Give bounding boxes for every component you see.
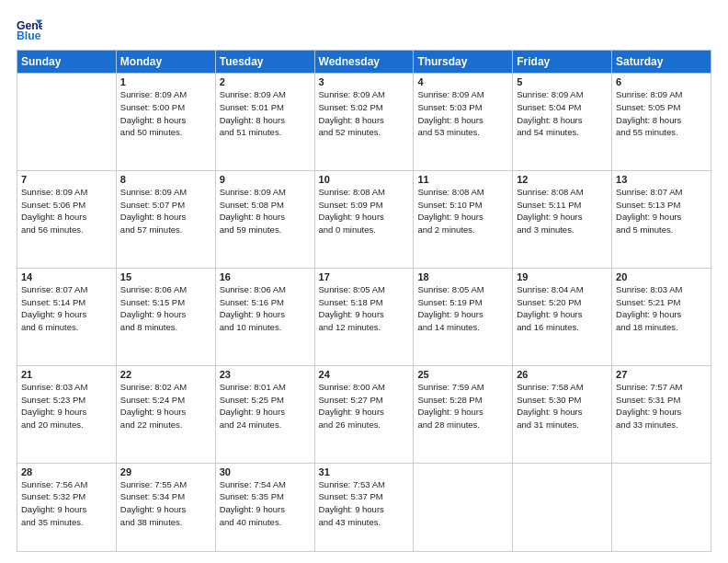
header-row: SundayMondayTuesdayWednesdayThursdayFrid… <box>17 51 711 74</box>
day-number: 26 <box>517 369 608 380</box>
day-cell <box>414 463 513 551</box>
day-number: 29 <box>120 466 211 477</box>
day-cell: 29Sunrise: 7:55 AM Sunset: 5:34 PM Dayli… <box>116 463 215 551</box>
day-cell: 2Sunrise: 8:09 AM Sunset: 5:01 PM Daylig… <box>215 74 314 171</box>
day-cell: 31Sunrise: 7:53 AM Sunset: 5:37 PM Dayli… <box>314 463 414 551</box>
header-sunday: Sunday <box>17 51 117 74</box>
day-info: Sunrise: 8:00 AM Sunset: 5:27 PM Dayligh… <box>319 381 410 431</box>
day-number: 2 <box>220 76 311 87</box>
logo-icon: General Blue <box>17 17 42 42</box>
week-row-5: 28Sunrise: 7:56 AM Sunset: 5:32 PM Dayli… <box>17 463 711 551</box>
day-number: 5 <box>517 76 608 87</box>
day-info: Sunrise: 7:57 AM Sunset: 5:31 PM Dayligh… <box>616 381 707 431</box>
day-number: 1 <box>120 76 211 87</box>
week-row-1: 1Sunrise: 8:09 AM Sunset: 5:00 PM Daylig… <box>17 74 711 171</box>
day-number: 31 <box>319 466 410 477</box>
day-info: Sunrise: 7:58 AM Sunset: 5:30 PM Dayligh… <box>517 381 608 431</box>
day-info: Sunrise: 8:06 AM Sunset: 5:16 PM Dayligh… <box>220 283 311 334</box>
day-number: 12 <box>517 174 608 185</box>
day-number: 21 <box>21 369 112 380</box>
day-info: Sunrise: 8:05 AM Sunset: 5:19 PM Dayligh… <box>417 283 508 334</box>
day-cell: 28Sunrise: 7:56 AM Sunset: 5:32 PM Dayli… <box>17 463 117 551</box>
day-number: 15 <box>120 271 211 282</box>
day-info: Sunrise: 8:09 AM Sunset: 5:06 PM Dayligh… <box>21 186 112 236</box>
day-cell: 14Sunrise: 8:07 AM Sunset: 5:14 PM Dayli… <box>17 268 117 365</box>
day-cell: 6Sunrise: 8:09 AM Sunset: 5:05 PM Daylig… <box>612 74 711 171</box>
day-info: Sunrise: 7:59 AM Sunset: 5:28 PM Dayligh… <box>417 381 508 431</box>
day-number: 14 <box>21 271 112 282</box>
day-cell: 22Sunrise: 8:02 AM Sunset: 5:24 PM Dayli… <box>116 365 215 463</box>
day-cell: 23Sunrise: 8:01 AM Sunset: 5:25 PM Dayli… <box>215 365 314 463</box>
day-number: 16 <box>220 271 311 282</box>
day-cell: 24Sunrise: 8:00 AM Sunset: 5:27 PM Dayli… <box>314 365 414 463</box>
day-cell: 19Sunrise: 8:04 AM Sunset: 5:20 PM Dayli… <box>513 268 612 365</box>
day-cell: 3Sunrise: 8:09 AM Sunset: 5:02 PM Daylig… <box>314 74 414 171</box>
day-info: Sunrise: 8:09 AM Sunset: 5:05 PM Dayligh… <box>616 88 707 139</box>
header: General Blue <box>17 17 711 42</box>
day-cell: 27Sunrise: 7:57 AM Sunset: 5:31 PM Dayli… <box>612 365 711 463</box>
day-cell: 5Sunrise: 8:09 AM Sunset: 5:04 PM Daylig… <box>513 74 612 171</box>
day-number: 30 <box>220 466 311 477</box>
day-cell: 25Sunrise: 7:59 AM Sunset: 5:28 PM Dayli… <box>414 365 513 463</box>
day-cell: 8Sunrise: 8:09 AM Sunset: 5:07 PM Daylig… <box>116 170 215 268</box>
day-number: 27 <box>616 369 707 380</box>
day-info: Sunrise: 7:56 AM Sunset: 5:32 PM Dayligh… <box>21 478 112 529</box>
day-info: Sunrise: 8:07 AM Sunset: 5:13 PM Dayligh… <box>616 186 707 236</box>
day-cell: 7Sunrise: 8:09 AM Sunset: 5:06 PM Daylig… <box>17 170 117 268</box>
day-info: Sunrise: 8:03 AM Sunset: 5:23 PM Dayligh… <box>21 381 112 431</box>
day-number: 17 <box>319 271 410 282</box>
day-number: 23 <box>220 369 311 380</box>
day-info: Sunrise: 7:55 AM Sunset: 5:34 PM Dayligh… <box>120 478 211 529</box>
day-number: 28 <box>21 466 112 477</box>
day-info: Sunrise: 8:06 AM Sunset: 5:15 PM Dayligh… <box>120 283 211 334</box>
day-number: 8 <box>120 174 211 185</box>
day-info: Sunrise: 8:09 AM Sunset: 5:03 PM Dayligh… <box>417 88 508 139</box>
day-number: 13 <box>616 174 707 185</box>
day-cell: 10Sunrise: 8:08 AM Sunset: 5:09 PM Dayli… <box>314 170 414 268</box>
day-info: Sunrise: 8:01 AM Sunset: 5:25 PM Dayligh… <box>220 381 311 431</box>
day-info: Sunrise: 8:08 AM Sunset: 5:09 PM Dayligh… <box>319 186 410 236</box>
header-monday: Monday <box>116 51 215 74</box>
header-friday: Friday <box>513 51 612 74</box>
day-number: 18 <box>417 271 508 282</box>
day-cell: 20Sunrise: 8:03 AM Sunset: 5:21 PM Dayli… <box>612 268 711 365</box>
day-number: 7 <box>21 174 112 185</box>
day-number: 19 <box>517 271 608 282</box>
day-cell: 26Sunrise: 7:58 AM Sunset: 5:30 PM Dayli… <box>513 365 612 463</box>
day-cell: 1Sunrise: 8:09 AM Sunset: 5:00 PM Daylig… <box>116 74 215 171</box>
svg-text:Blue: Blue <box>17 29 41 42</box>
day-number: 3 <box>319 76 410 87</box>
day-cell: 30Sunrise: 7:54 AM Sunset: 5:35 PM Dayli… <box>215 463 314 551</box>
day-info: Sunrise: 7:53 AM Sunset: 5:37 PM Dayligh… <box>319 478 410 529</box>
header-tuesday: Tuesday <box>215 51 314 74</box>
week-row-3: 14Sunrise: 8:07 AM Sunset: 5:14 PM Dayli… <box>17 268 711 365</box>
week-row-4: 21Sunrise: 8:03 AM Sunset: 5:23 PM Dayli… <box>17 365 711 463</box>
day-info: Sunrise: 8:08 AM Sunset: 5:10 PM Dayligh… <box>417 186 508 236</box>
day-cell <box>17 74 117 171</box>
day-info: Sunrise: 8:09 AM Sunset: 5:04 PM Dayligh… <box>517 88 608 139</box>
week-row-2: 7Sunrise: 8:09 AM Sunset: 5:06 PM Daylig… <box>17 170 711 268</box>
day-info: Sunrise: 8:03 AM Sunset: 5:21 PM Dayligh… <box>616 283 707 334</box>
day-cell: 11Sunrise: 8:08 AM Sunset: 5:10 PM Dayli… <box>414 170 513 268</box>
day-info: Sunrise: 8:09 AM Sunset: 5:08 PM Dayligh… <box>220 186 311 236</box>
day-cell: 17Sunrise: 8:05 AM Sunset: 5:18 PM Dayli… <box>314 268 414 365</box>
day-number: 4 <box>417 76 508 87</box>
day-cell: 21Sunrise: 8:03 AM Sunset: 5:23 PM Dayli… <box>17 365 117 463</box>
calendar-table: SundayMondayTuesdayWednesdayThursdayFrid… <box>17 50 711 552</box>
calendar-page: General Blue SundayMondayTuesdayWednesda… <box>0 0 728 563</box>
day-info: Sunrise: 8:08 AM Sunset: 5:11 PM Dayligh… <box>517 186 608 236</box>
day-cell: 18Sunrise: 8:05 AM Sunset: 5:19 PM Dayli… <box>414 268 513 365</box>
day-info: Sunrise: 8:02 AM Sunset: 5:24 PM Dayligh… <box>120 381 211 431</box>
day-cell: 4Sunrise: 8:09 AM Sunset: 5:03 PM Daylig… <box>414 74 513 171</box>
day-cell: 12Sunrise: 8:08 AM Sunset: 5:11 PM Dayli… <box>513 170 612 268</box>
day-info: Sunrise: 8:09 AM Sunset: 5:01 PM Dayligh… <box>220 88 311 139</box>
day-info: Sunrise: 8:09 AM Sunset: 5:07 PM Dayligh… <box>120 186 211 236</box>
day-number: 11 <box>417 174 508 185</box>
day-cell: 9Sunrise: 8:09 AM Sunset: 5:08 PM Daylig… <box>215 170 314 268</box>
day-number: 25 <box>417 369 508 380</box>
header-saturday: Saturday <box>612 51 711 74</box>
day-number: 6 <box>616 76 707 87</box>
logo: General Blue <box>17 17 46 42</box>
day-info: Sunrise: 8:04 AM Sunset: 5:20 PM Dayligh… <box>517 283 608 334</box>
day-cell: 13Sunrise: 8:07 AM Sunset: 5:13 PM Dayli… <box>612 170 711 268</box>
